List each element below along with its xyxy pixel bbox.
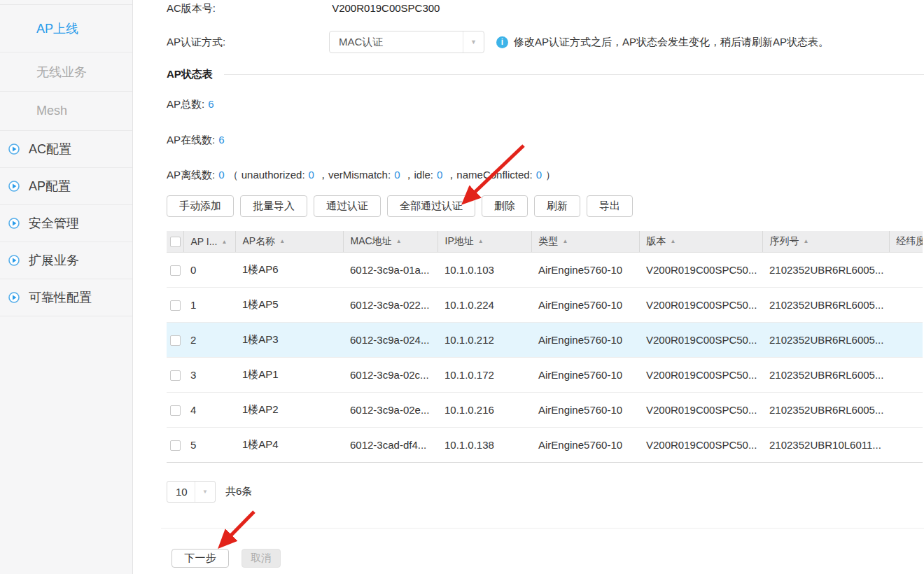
- offline-stat-segment: 0: [394, 169, 400, 181]
- sidebar-item-label: AP配置: [29, 178, 71, 195]
- cell-coords: [889, 427, 923, 462]
- sort-asc-icon[interactable]: ▲: [478, 238, 484, 244]
- sidebar-item-ap-online[interactable]: AP上线: [0, 5, 132, 52]
- column-header-serial[interactable]: 序列号▲: [762, 231, 889, 252]
- cell-serial: 2102352UBR6RL6005...: [762, 287, 889, 322]
- column-header-ap-id[interactable]: AP I...▲: [183, 231, 235, 252]
- ap-online-label: AP在线数:: [167, 134, 215, 146]
- cell-mac: 6012-3c9a-024...: [343, 322, 438, 357]
- sidebar-item-wireless-service[interactable]: 无线业务: [0, 52, 132, 92]
- row-checkbox[interactable]: [170, 405, 181, 416]
- row-checkbox[interactable]: [170, 265, 181, 276]
- column-label: 版本: [647, 235, 666, 246]
- cell-mac: 6012-3c9a-02c...: [343, 357, 438, 392]
- footer-divider: [161, 528, 924, 528]
- offline-stat-segment: 0: [309, 169, 314, 181]
- table-row[interactable]: 31楼AP16012-3c9a-02c...10.1.0.172AirEngin…: [167, 357, 923, 392]
- cell-ip: 10.1.0.172: [438, 357, 531, 392]
- cell-ap-name: 1楼AP2: [235, 392, 343, 427]
- cell-type: AirEngine5760-10: [531, 322, 639, 357]
- sidebar-item-label: 无线业务: [36, 64, 87, 80]
- cell-version: V200R019C00SPC50...: [639, 357, 762, 392]
- next-button[interactable]: 下一步: [172, 549, 229, 568]
- row-checkbox[interactable]: [170, 440, 181, 451]
- sidebar-item-label: Mesh: [36, 104, 67, 118]
- cell-ip: 10.1.0.224: [438, 287, 531, 322]
- offline-stat-segment: 0: [218, 169, 224, 181]
- batch-import-button[interactable]: 批量导入: [240, 195, 307, 217]
- table-row[interactable]: 01楼AP66012-3c9a-01a...10.1.0.103AirEngin…: [167, 252, 923, 287]
- cell-ap-name: 1楼AP5: [235, 287, 343, 322]
- ap-online-stat: AP在线数:6: [167, 134, 228, 147]
- sidebar-item-label: 扩展业务: [29, 252, 79, 269]
- cell-coords: [889, 392, 923, 427]
- sidebar-item-extended-service[interactable]: 扩展业务: [0, 242, 132, 279]
- auth-mode-select[interactable]: MAC认证 ▼: [329, 31, 484, 53]
- cell-ip: 10.1.0.138: [438, 427, 531, 462]
- sort-asc-icon[interactable]: ▲: [563, 238, 568, 244]
- cell-type: AirEngine5760-10: [531, 392, 639, 427]
- column-header-mac[interactable]: MAC地址▲: [343, 231, 438, 252]
- delete-button[interactable]: 删除: [482, 195, 528, 217]
- authorize-button[interactable]: 通过认证: [314, 195, 381, 217]
- table-row[interactable]: 51楼AP46012-3cad-df4...10.1.0.138AirEngin…: [167, 427, 923, 462]
- authorize-all-button[interactable]: 全部通过认证: [387, 195, 475, 217]
- sort-asc-icon[interactable]: ▲: [279, 238, 285, 244]
- sidebar-item-mesh[interactable]: Mesh: [0, 92, 132, 131]
- sidebar-top-divider: [0, 0, 132, 5]
- ap-total-label: AP总数:: [167, 98, 204, 110]
- refresh-button[interactable]: 刷新: [534, 195, 580, 217]
- section-title: AP状态表: [167, 68, 213, 81]
- row-checkbox[interactable]: [170, 300, 181, 311]
- play-circle-icon: [8, 218, 20, 229]
- table-row[interactable]: 11楼AP56012-3c9a-022...10.1.0.224AirEngin…: [167, 287, 923, 322]
- table-row[interactable]: 41楼AP26012-3c9a-02e...10.1.0.216AirEngin…: [167, 392, 923, 427]
- chevron-down-icon[interactable]: ▼: [463, 31, 484, 52]
- play-circle-icon: [8, 292, 20, 303]
- sidebar-item-ac-config[interactable]: AC配置: [0, 131, 132, 168]
- cell-serial: 2102352UBR6RL6005...: [762, 322, 889, 357]
- sidebar-item-reliability-config[interactable]: 可靠性配置: [0, 279, 132, 316]
- sort-asc-icon[interactable]: ▲: [396, 238, 402, 244]
- column-label: AP I...: [191, 236, 218, 247]
- select-all-checkbox[interactable]: [170, 237, 181, 247]
- cell-serial: 2102352UBR6RL6005...: [762, 392, 889, 427]
- cell-ip: 10.1.0.216: [438, 392, 531, 427]
- sort-asc-icon[interactable]: ▲: [804, 238, 809, 244]
- export-button[interactable]: 导出: [587, 195, 633, 217]
- cell-ap-id: 3: [183, 357, 235, 392]
- cell-type: AirEngine5760-10: [531, 252, 639, 287]
- offline-stat-segment: ）: [545, 169, 556, 181]
- manual-add-button[interactable]: 手动添加: [167, 195, 234, 217]
- row-select-cell: [167, 252, 183, 287]
- cancel-button[interactable]: 取消: [241, 549, 281, 568]
- sort-asc-icon[interactable]: ▲: [671, 238, 676, 244]
- column-label: IP地址: [445, 235, 474, 246]
- column-header-coords: 经纬度: [889, 231, 923, 252]
- cell-coords: [889, 322, 923, 357]
- column-header-version[interactable]: 版本▲: [639, 231, 762, 252]
- sidebar-item-ap-config[interactable]: AP配置: [0, 168, 132, 205]
- row-checkbox[interactable]: [170, 335, 181, 346]
- chevron-down-icon[interactable]: ▼: [195, 482, 215, 502]
- sidebar: AP上线无线业务MeshAC配置AP配置安全管理扩展业务可靠性配置: [0, 0, 133, 574]
- offline-stat-segment: （ unauthorized:: [228, 169, 305, 181]
- row-select-cell: [167, 357, 183, 392]
- sidebar-item-security-mgmt[interactable]: 安全管理: [0, 205, 132, 242]
- cell-version: V200R019C00SPC50...: [639, 287, 762, 322]
- cell-ip: 10.1.0.103: [438, 252, 531, 287]
- page-size-select[interactable]: 10 ▼: [167, 481, 216, 503]
- cell-serial: 2102352UBR6RL6005...: [762, 252, 889, 287]
- column-header-ap-name[interactable]: AP名称▲: [235, 231, 343, 252]
- cell-mac: 6012-3cad-df4...: [343, 427, 438, 462]
- ap-total-stat: AP总数:6: [167, 98, 218, 111]
- sort-asc-icon[interactable]: ▲: [221, 239, 227, 245]
- table-row[interactable]: 21楼AP36012-3c9a-024...10.1.0.212AirEngin…: [167, 322, 923, 357]
- info-message: 修改AP认证方式之后，AP状态会发生变化，稍后请刷新AP状态表。: [514, 36, 829, 49]
- column-header-type[interactable]: 类型▲: [531, 231, 639, 252]
- column-header-ip[interactable]: IP地址▲: [438, 231, 531, 252]
- info-icon: i: [496, 36, 508, 48]
- row-checkbox[interactable]: [170, 370, 181, 381]
- sidebar-item-label: AC配置: [29, 141, 71, 158]
- row-select-cell: [167, 287, 183, 322]
